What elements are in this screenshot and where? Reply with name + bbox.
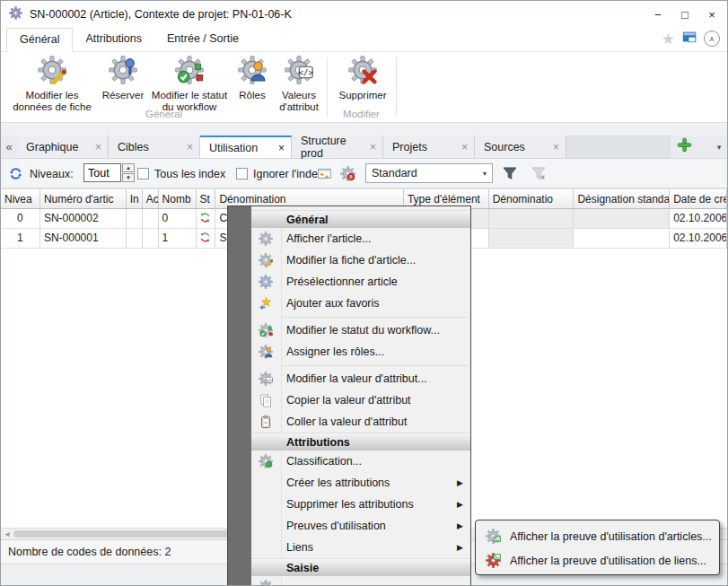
context-menu-item-coller-la-valeur-d-attribut[interactable]: Coller la valeur d'attribut bbox=[251, 411, 470, 433]
refresh-icon[interactable] bbox=[8, 166, 23, 185]
maximize-button[interactable]: □ bbox=[671, 1, 698, 28]
context-menu-item-modifier-la-valeur-d-attribut[interactable]: </>Modifier la valeur d'attribut... bbox=[251, 368, 470, 389]
context-menu-item-assigner-les-rôles[interactable]: Assigner les rôles... bbox=[251, 341, 470, 363]
submenu-arrow-icon: ▶ bbox=[457, 521, 463, 530]
column-header-désignation-standa[interactable]: Désignation standa bbox=[574, 189, 670, 208]
context-menu-item-partial[interactable] bbox=[251, 576, 470, 586]
context-menu-item-afficher-l-article[interactable]: Afficher l'article... bbox=[251, 228, 470, 249]
cell-numéro-d-artic: SN-000001 bbox=[40, 229, 127, 249]
favorites-star-icon[interactable]: ★ bbox=[662, 31, 675, 47]
document-tab-utilisation[interactable]: Utilisation× bbox=[200, 136, 292, 158]
cell-nivea: 0 bbox=[1, 209, 40, 229]
cell-ac bbox=[143, 209, 159, 229]
document-tab-label: Sources bbox=[484, 141, 525, 153]
column-header-nivea[interactable]: Nivea bbox=[1, 189, 40, 208]
gear-class-icon bbox=[259, 454, 273, 471]
column-header-date-de-cré[interactable]: Date de cré bbox=[670, 189, 727, 208]
context-menu-item-classification[interactable]: Classification... bbox=[251, 450, 470, 472]
cell-ac bbox=[143, 229, 159, 249]
close-tab-icon[interactable]: × bbox=[553, 141, 559, 153]
document-tab-label: Graphique bbox=[26, 141, 78, 153]
document-tab-label: Utilisation bbox=[209, 142, 258, 154]
context-menu-item-ajouter-aux-favoris[interactable]: Ajouter aux favoris bbox=[251, 293, 470, 314]
levels-label: Niveaux: bbox=[30, 168, 74, 180]
ribbon-button-modifier-les[interactable]: Modifier les données de fiche bbox=[6, 56, 98, 113]
document-tab-sources[interactable]: Sources× bbox=[475, 136, 566, 158]
collapse-ribbon-button[interactable]: ∧ bbox=[704, 31, 720, 47]
gear-workflow-icon bbox=[175, 56, 204, 88]
checkbox-tous-les-index[interactable] bbox=[137, 168, 149, 179]
levels-spin-down-button[interactable]: ▼ bbox=[122, 173, 135, 182]
ribbon: Modifier les données de ficheRéserverMod… bbox=[1, 52, 727, 123]
ribbon-tab-entrée-sortie[interactable]: Entrée / Sortie bbox=[154, 28, 251, 51]
close-tab-icon[interactable]: × bbox=[461, 141, 468, 153]
ribbon-group-label-general: Général bbox=[1, 109, 327, 119]
gear-delete-icon bbox=[348, 56, 377, 88]
submenu-item-afficher-la-preuve-d-utilisation-d-articles[interactable]: Afficher la preuve d'utilisation d'artic… bbox=[476, 524, 719, 548]
column-header-in[interactable]: In bbox=[127, 189, 143, 208]
submenu-item-label: Afficher la preuve d'utilisation d'artic… bbox=[476, 530, 712, 543]
ribbon-group-separator bbox=[396, 57, 397, 117]
cell-st bbox=[197, 209, 216, 229]
gear-usage-icon bbox=[486, 529, 501, 547]
ribbon-button-modifier-le-statut[interactable]: Modifier le statut du workflow bbox=[148, 56, 231, 113]
ribbon-display-options-icon[interactable] bbox=[682, 30, 697, 48]
window-title: SN-000002 (Article), Contexte de projet:… bbox=[30, 8, 292, 21]
ribbon-button-valeurs[interactable]: </>Valeurs d'attribut bbox=[274, 56, 324, 113]
add-tab-button[interactable] bbox=[671, 136, 697, 158]
preview-image-icon[interactable] bbox=[317, 166, 332, 185]
tab-overflow-button[interactable]: ▾ bbox=[711, 136, 727, 158]
close-tab-icon[interactable]: × bbox=[187, 141, 193, 153]
tab-scroll-left-button[interactable]: « bbox=[1, 136, 17, 158]
gear-code-icon: </> bbox=[259, 372, 273, 389]
close-tab-icon[interactable]: × bbox=[95, 141, 101, 153]
status-icon bbox=[199, 232, 211, 246]
scroll-left-arrow-icon[interactable]: ◄ bbox=[4, 530, 11, 538]
context-menu-item-présélectionner-article[interactable]: Présélectionner article bbox=[251, 271, 470, 293]
gear-usage-red-icon bbox=[486, 553, 501, 571]
column-header-numéro-d-artic[interactable]: Numéro d'artic bbox=[40, 189, 127, 208]
column-header-dénominatio[interactable]: Dénominatio bbox=[489, 189, 575, 208]
clear-filter-icon[interactable] bbox=[531, 165, 547, 185]
cell-désignation-standa bbox=[574, 209, 670, 229]
document-tab-graphique[interactable]: Graphique× bbox=[17, 136, 109, 158]
ribbon-button-supprimer[interactable]: Supprimer bbox=[331, 56, 394, 101]
context-menu-item-liens[interactable]: Liens▶ bbox=[251, 537, 470, 558]
checkbox-ignorer-index[interactable] bbox=[236, 168, 248, 179]
levels-spin-up-button[interactable]: ▲ bbox=[122, 163, 135, 172]
column-header-ac[interactable]: Ac bbox=[143, 189, 159, 208]
close-tab-icon[interactable]: × bbox=[370, 141, 376, 153]
close-button[interactable]: × bbox=[698, 1, 725, 28]
document-tab-cibles[interactable]: Cibles× bbox=[109, 136, 200, 158]
document-tab-strip: « Graphique×Cibles×Utilisation×Structure… bbox=[1, 136, 727, 159]
result-list-combo[interactable]: Standard ▾ bbox=[365, 163, 493, 183]
context-menu-item-supprimer-les-attributions[interactable]: Supprimer les attributions▶ bbox=[251, 494, 470, 515]
submenu-item-afficher-la-preuve-d-utilisation-de-liens[interactable]: Afficher la preuve d'utilisation de lien… bbox=[476, 548, 719, 573]
ribbon-tab-général[interactable]: Général bbox=[6, 28, 73, 52]
context-menu-item-preuves-d-utilisation[interactable]: Preuves d'utilisation▶ bbox=[251, 515, 470, 537]
column-header-st[interactable]: St bbox=[197, 189, 216, 208]
ribbon-button-label: Supprimer bbox=[338, 90, 386, 101]
ribbon-tab-attributions[interactable]: Attributions bbox=[73, 28, 154, 51]
context-menu-item-copier-la-valeur-d-attribut[interactable]: Copier la valeur d'attribut bbox=[251, 389, 470, 411]
result-list-combo-value: Standard bbox=[372, 167, 417, 179]
cell-date-de-cré: 02.10.2006 bbox=[670, 229, 727, 249]
gear-person-icon bbox=[238, 56, 267, 88]
ribbon-button-réserver[interactable]: Réserver bbox=[100, 56, 146, 101]
levels-input[interactable] bbox=[83, 163, 121, 182]
document-tab-label: Structure prod bbox=[301, 135, 370, 160]
mass-data-icon[interactable]: B bbox=[340, 166, 355, 185]
context-menu-item-créer-les-attributions[interactable]: Créer les attributions▶ bbox=[251, 472, 470, 494]
context-menu-item-modifier-la-fiche-d-article[interactable]: Modifier la fiche d'article... bbox=[251, 249, 470, 271]
document-tab-projets[interactable]: Projets× bbox=[383, 136, 475, 158]
document-tab-structure-prod[interactable]: Structure prod× bbox=[292, 136, 383, 158]
filter-icon[interactable] bbox=[502, 165, 518, 185]
status-text: Nombre de codes de données: 2 bbox=[8, 546, 171, 558]
close-tab-icon[interactable]: × bbox=[278, 142, 285, 154]
column-header-nomb[interactable]: Nomb bbox=[159, 189, 197, 208]
ribbon-group-label-modifier: Modifier bbox=[327, 109, 396, 119]
checkbox-ignorer-index-label: Ignorer l'index bbox=[253, 168, 323, 180]
context-menu-item-modifier-le-statut-du-workflow[interactable]: Modifier le statut du workflow... bbox=[251, 319, 470, 341]
minimize-button[interactable]: − bbox=[645, 1, 671, 28]
ribbon-button-rôles[interactable]: Rôles bbox=[232, 56, 272, 101]
